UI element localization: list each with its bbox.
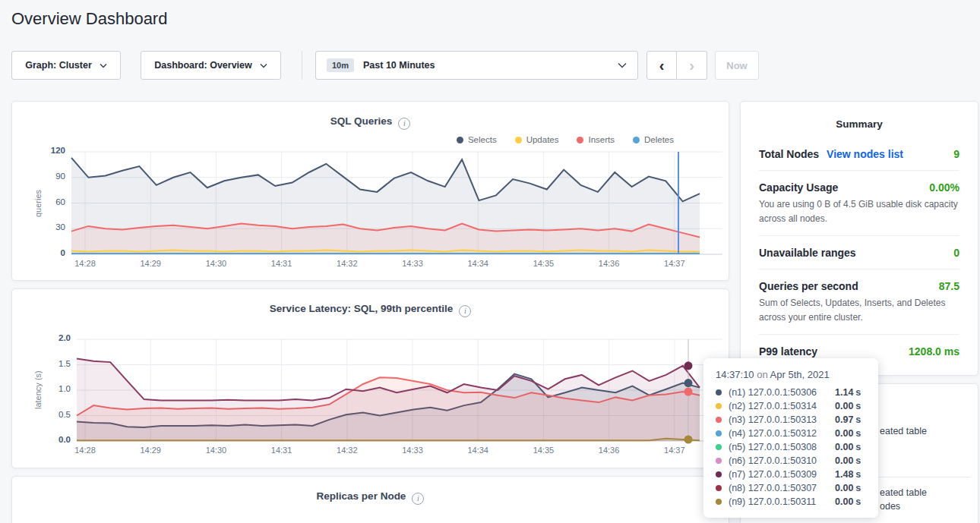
summary-label: Queries per second [759,280,858,292]
y-tick-label: 90 [35,172,65,181]
x-tick-label: 14:28 [67,446,103,455]
summary-label: Capacity Usage [759,181,838,194]
previous-timespan-button[interactable]: ‹ [646,51,677,80]
node-latency-value: 0.97 [835,414,853,425]
node-address: (n7) 127.0.0.1:50309 [729,469,835,480]
legend-item-inserts: Inserts [577,135,615,144]
summary-row-queries-per-second: Queries per second 87.5 Sum of Selects, … [759,269,959,334]
legend-dot [633,137,640,143]
tooltip-row: (n3) 127.0.0.1:503130.97s [716,413,866,427]
node-address: (n8) 127.0.0.1:50307 [729,483,835,493]
info-icon[interactable]: i [412,493,424,505]
legend-item-deletes: Deletes [633,135,674,144]
chart-title-text: Service Latency: SQL, 99th percentile [270,303,454,314]
legend-label: Updates [526,135,559,144]
x-tick-label: 14:28 [67,259,103,268]
legend-item-updates: Updates [515,135,559,144]
graph-dropdown[interactable]: Graph: Cluster [11,51,121,80]
time-range-label: Past 10 Minutes [363,60,435,71]
now-button[interactable]: Now [715,51,759,80]
service-latency-plot-area[interactable] [77,339,722,441]
node-color-dot [716,417,722,423]
sql-queries-plot-area[interactable] [71,152,722,254]
y-tick-label: 2.0 [40,333,71,342]
x-tick-label: 14:37 [656,259,693,268]
x-tick-label: 14:35 [525,446,561,455]
chevron-left-icon: ‹ [659,57,665,74]
info-icon[interactable]: i [398,118,410,130]
node-latency-value: 0.00 [835,442,853,452]
chart-title: Service Latency: SQL, 99th percentilei [12,303,729,317]
legend-dot [457,137,463,143]
legend-item-selects: Selects [457,135,497,144]
summary-value: 1208.0 ms [909,345,959,358]
legend-label: Inserts [588,135,615,144]
time-step-buttons: ‹ › [646,51,707,80]
latency-unit: s [855,428,861,439]
x-tick-label: 14:29 [132,259,169,268]
chevron-down-icon [618,62,627,68]
x-tick-label: 14:30 [198,259,234,268]
node-color-dot [716,471,722,477]
y-tick-label: 1.5 [40,359,71,368]
hover-tooltip-rows: (n1) 127.0.0.1:503061.14s(n2) 127.0.0.1:… [716,386,866,509]
node-color-dot [716,485,722,491]
node-latency-value: 0.00 [835,483,853,493]
graph-dropdown-label: Graph: Cluster [25,60,92,71]
dashboard-dropdown-label: Dashboard: Overview [154,60,252,71]
node-latency-value: 1.14 [835,387,853,398]
latency-unit: s [855,387,861,398]
tooltip-row: (n6) 127.0.0.1:503100.00s [716,454,866,468]
view-nodes-list-link[interactable]: View nodes list [827,148,903,160]
tooltip-row: (n1) 127.0.0.1:503061.14s [716,386,866,399]
y-tick-label: 1.0 [40,384,71,393]
node-color-dot [716,458,722,464]
y-tick-label: 60 [35,197,65,206]
tooltip-connector: on [754,369,770,380]
summary-description: Sum of Selects, Updates, Inserts, and De… [759,296,959,324]
node-address: (n4) 127.0.0.1:50312 [729,428,835,439]
latency-unit: s [855,496,861,507]
x-tick-label: 14:34 [460,446,496,455]
x-tick-label: 14:29 [132,446,169,455]
latency-unit: s [855,483,861,493]
node-address: (n5) 127.0.0.1:50308 [729,442,835,452]
summary-label: Total Nodes [759,148,819,160]
tooltip-row: (n8) 127.0.0.1:503070.00s [716,481,866,495]
next-timespan-button[interactable]: › [677,51,707,80]
chart-title-text: Replicas per Node [317,490,406,502]
summary-heading: Summary [759,118,959,130]
tooltip-row: (n4) 127.0.0.1:503120.00s [716,427,866,440]
chevron-down-icon [100,63,107,68]
node-color-dot [716,430,722,436]
chevron-down-icon [260,63,267,68]
time-range-selector[interactable]: 10m Past 10 Minutes [315,51,638,80]
event-text-fragment: eated table [880,426,927,436]
time-range-badge: 10m [327,58,354,72]
legend-dot [515,137,522,143]
x-tick-label: 14:35 [525,259,561,268]
latency-unit: s [855,455,861,466]
chart-title: Replicas per Nodei [12,490,729,505]
tooltip-row: (n9) 127.0.0.1:503110.00s [716,495,866,509]
chart-title: SQL Queriesi [12,115,729,130]
page-title: Overview Dashboard [11,9,167,29]
summary-label: Unavailable ranges [759,247,856,259]
tooltip-timestamp: 14:37:10 on Apr 5th, 2021 [716,369,866,380]
y-tick-label: 0.5 [40,410,71,419]
tooltip-row: (n7) 127.0.0.1:503091.48s [716,468,866,481]
x-tick-label: 14:36 [591,446,628,455]
summary-label: P99 latency [759,345,817,358]
event-text-fragment: eated table [880,487,927,498]
info-icon[interactable]: i [459,305,471,317]
x-tick-label: 14:32 [329,446,365,455]
y-tick-label: 120 [35,146,65,155]
dashboard-dropdown[interactable]: Dashboard: Overview [141,51,281,80]
summary-value: 0.00% [929,181,959,194]
sql-queries-chart-panel: SQL Queriesi Selects Updates Inserts Del… [11,101,729,281]
toolbar-divider [302,51,302,80]
node-latency-value: 0.00 [835,496,853,507]
latency-unit: s [855,401,861,411]
chart-title-text: SQL Queries [330,115,393,127]
summary-value: 9 [953,148,959,160]
